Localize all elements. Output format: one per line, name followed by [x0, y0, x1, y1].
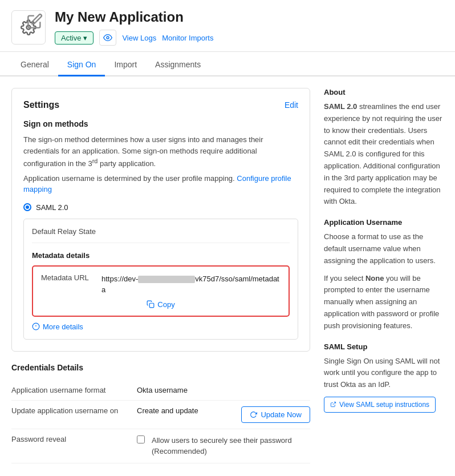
view-saml-setup-button[interactable]: View SAML setup instructions — [324, 397, 436, 413]
password-reveal-row: Password reveal Allow users to securely … — [11, 429, 310, 463]
metadata-url-row: Metadata URL https://dev-vk75d7/sso/saml… — [41, 273, 281, 296]
eye-icon — [103, 33, 112, 42]
password-reveal-checkbox[interactable] — [137, 435, 145, 443]
refresh-icon — [250, 411, 257, 418]
url-masked — [138, 276, 195, 283]
password-checkbox-label: Allow users to securely see their passwo… — [152, 435, 310, 457]
more-details-row[interactable]: More details — [32, 322, 290, 331]
status-badge[interactable]: Active ▾ — [55, 31, 94, 45]
app-actions: Active ▾ View Logs Monitor Imports — [55, 30, 213, 46]
update-on-row: Update application username on Create an… — [11, 401, 310, 429]
metadata-url-box: Metadata URL https://dev-vk75d7/sso/saml… — [32, 265, 290, 317]
sign-on-desc: The sign-on method determines how a user… — [23, 134, 298, 170]
sidebar-about-section: About SAML 2.0 streamlines the end user … — [324, 88, 444, 208]
app-header: My New Application Active ▾ View Logs Mo… — [0, 0, 455, 52]
tab-general[interactable]: General — [11, 54, 58, 76]
update-on-value: Create and update — [137, 406, 230, 415]
settings-title: Settings — [23, 100, 59, 110]
svg-point-1 — [107, 37, 109, 39]
copy-button[interactable]: Copy — [41, 300, 281, 309]
sidebar-about-title: About — [324, 88, 444, 96]
nav-tabs: General Sign On Import Assignments — [0, 54, 455, 76]
app-icon-box — [11, 10, 46, 45]
app-title: My New Application — [55, 9, 213, 25]
password-checkbox-row: Allow users to securely see their passwo… — [137, 435, 310, 457]
settings-card: Settings Edit Sign on methods The sign-o… — [11, 88, 310, 352]
tab-sign-on[interactable]: Sign On — [58, 54, 105, 76]
metadata-section: Metadata details Metadata URL https://de… — [32, 251, 290, 331]
metadata-url-label: Metadata URL — [41, 273, 92, 296]
update-on-label: Update application username on — [11, 406, 125, 415]
sidebar-saml-setup-section: SAML Setup Single Sign On using SAML wil… — [324, 342, 444, 413]
main-layout: Settings Edit Sign on methods The sign-o… — [0, 76, 455, 475]
sidebar-app-username-text: Choose a format to use as the default us… — [324, 231, 444, 267]
edit-link[interactable]: Edit — [285, 100, 298, 110]
update-now-button[interactable]: Update Now — [241, 406, 310, 423]
app-title-area: My New Application Active ▾ View Logs Mo… — [55, 9, 213, 46]
username-format-label: Application username format — [11, 386, 125, 394]
password-reveal-label: Password reveal — [11, 435, 125, 443]
credentials-section: Credentials Details Application username… — [11, 363, 310, 463]
monitor-imports-link[interactable]: Monitor Imports — [162, 34, 213, 42]
relay-state-row: Default Relay State — [32, 227, 290, 243]
saml-details-box: Default Relay State Metadata details Met… — [23, 219, 298, 340]
content-area: Settings Edit Sign on methods The sign-o… — [11, 88, 310, 463]
sidebar-none-text: If you select None you will be prompted … — [324, 273, 444, 332]
svg-line-6 — [333, 402, 336, 405]
metadata-title: Metadata details — [32, 251, 290, 260]
sidebar-app-username-title: Application Username — [324, 218, 444, 227]
relay-state-label: Default Relay State — [32, 227, 96, 236]
sidebar-saml-setup-text: Single Sign On using SAML will not work … — [324, 356, 444, 391]
view-logs-link[interactable]: View Logs — [122, 34, 156, 42]
sign-on-methods-title: Sign on methods — [23, 119, 298, 128]
settings-header: Settings Edit — [23, 100, 298, 110]
sidebar-about-text: SAML 2.0 streamlines the end user experi… — [324, 101, 444, 208]
metadata-url-value: https://dev-vk75d7/sso/saml/metadata — [101, 273, 281, 296]
sidebar-app-username-section: Application Username Choose a format to … — [324, 218, 444, 332]
external-link-icon — [330, 401, 336, 408]
tab-assignments[interactable]: Assignments — [146, 54, 210, 76]
credentials-title: Credentials Details — [11, 363, 310, 372]
eye-icon-button[interactable] — [99, 30, 116, 46]
saml-label: SAML 2.0 — [36, 203, 68, 212]
sidebar-saml-setup-title: SAML Setup — [324, 342, 444, 351]
saml-option: SAML 2.0 — [23, 203, 298, 212]
username-format-row: Application username format Okta usernam… — [11, 380, 310, 401]
profile-mapping-desc: Application username is determined by th… — [23, 173, 298, 195]
copy-icon — [147, 300, 155, 308]
svg-rect-2 — [150, 304, 155, 308]
info-icon — [32, 322, 40, 330]
sidebar: About SAML 2.0 streamlines the end user … — [324, 88, 444, 463]
username-format-value: Okta username — [137, 386, 310, 394]
tab-import[interactable]: Import — [105, 54, 146, 76]
chevron-down-icon: ▾ — [83, 34, 87, 42]
pencil-icon — [27, 13, 43, 29]
saml-radio[interactable] — [23, 203, 31, 211]
